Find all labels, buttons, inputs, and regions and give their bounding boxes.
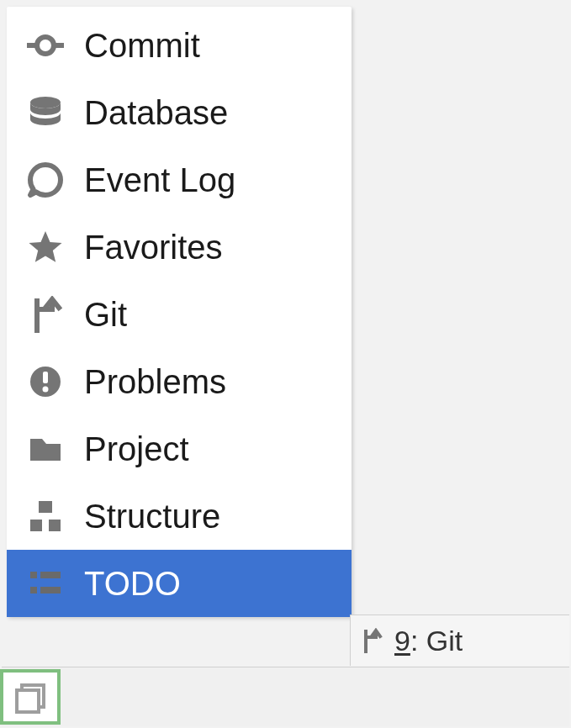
menu-item-structure[interactable]: Structure (7, 483, 352, 550)
svg-rect-9 (49, 520, 61, 531)
menu-item-label: Database (84, 94, 343, 132)
menu-item-label: Structure (84, 498, 343, 535)
svg-rect-15 (17, 690, 39, 712)
git-icon (359, 628, 384, 653)
bottom-toolbar-fragment: 9: Git (350, 615, 569, 666)
commit-icon (27, 27, 64, 64)
menu-item-git[interactable]: Git (7, 281, 352, 348)
svg-rect-11 (40, 572, 61, 578)
todo-icon (27, 565, 64, 602)
svg-point-2 (30, 97, 61, 108)
database-icon (27, 94, 64, 131)
git-label-rest: : Git (410, 625, 463, 657)
event-log-icon (27, 161, 64, 198)
menu-item-label: Event Log (84, 161, 343, 199)
menu-item-problems[interactable]: Problems (7, 348, 352, 415)
menu-item-label: Git (84, 296, 343, 334)
menu-item-todo[interactable]: TODO (7, 550, 352, 617)
menu-item-event-log[interactable]: Event Log (7, 146, 352, 214)
menu-item-label: Commit (84, 27, 343, 65)
svg-rect-7 (39, 501, 52, 513)
status-bar (2, 667, 569, 726)
menu-item-project[interactable]: Project (7, 415, 352, 483)
tool-window-popup: Commit Database Event Log (7, 7, 352, 617)
menu-item-favorites[interactable]: Favorites (7, 214, 352, 281)
menu-item-label: TODO (84, 565, 343, 603)
problems-icon (27, 363, 64, 400)
svg-rect-12 (30, 587, 37, 593)
stack-icon (12, 678, 49, 715)
menu-item-commit[interactable]: Commit (7, 12, 352, 79)
svg-rect-13 (40, 587, 61, 593)
svg-rect-8 (30, 520, 42, 531)
menu-item-label: Problems (84, 363, 343, 401)
menu-item-database[interactable]: Database (7, 79, 352, 146)
git-icon (27, 296, 64, 333)
menu-item-label: Project (84, 430, 343, 468)
tool-windows-quick-access-button[interactable] (0, 669, 61, 725)
structure-icon (27, 498, 64, 535)
svg-point-6 (43, 387, 49, 393)
svg-point-1 (37, 37, 54, 54)
favorites-icon (27, 229, 64, 266)
svg-rect-10 (30, 572, 37, 578)
project-icon (27, 430, 64, 467)
git-toolbar-button[interactable]: 9: Git (394, 625, 463, 657)
svg-rect-5 (43, 372, 48, 383)
git-mnemonic: 9 (394, 625, 410, 657)
menu-item-label: Favorites (84, 229, 343, 266)
